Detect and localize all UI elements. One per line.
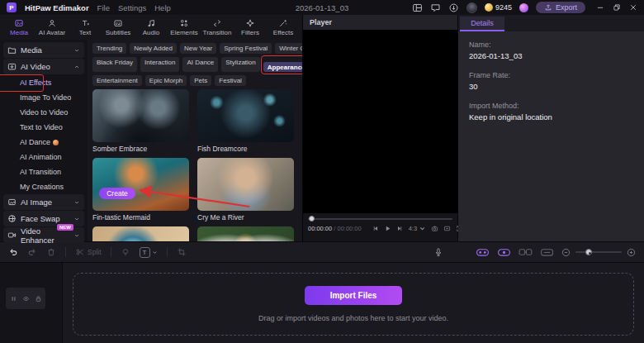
filter-chip-ai-dance[interactable]: AI Dance: [182, 57, 218, 72]
track-lock-icon[interactable]: [35, 295, 42, 303]
tab-elements[interactable]: Elements: [168, 18, 201, 36]
sidebar-item-ai-video[interactable]: AI Video: [3, 59, 84, 74]
create-button[interactable]: Create: [99, 188, 135, 199]
effect-card-cry-me-a-river[interactable]: Cry Me a River: [197, 158, 294, 222]
filter-chip-newly-added[interactable]: Newly Added: [130, 43, 177, 54]
tab-transition[interactable]: Transition: [201, 18, 234, 36]
delete-button[interactable]: [46, 247, 56, 257]
minimize-button[interactable]: [596, 3, 604, 12]
media-icon: [14, 18, 24, 28]
tab-details[interactable]: Details: [460, 17, 504, 31]
effect-thumbnail[interactable]: [197, 158, 294, 211]
export-button[interactable]: Export: [536, 2, 585, 13]
seek-bar[interactable]: [308, 216, 452, 222]
player-title: Player: [310, 18, 332, 26]
filter-chip-epic-morph[interactable]: Epic Morph: [145, 75, 187, 86]
tab-text[interactable]: Text: [69, 18, 102, 36]
timeline-zoom-slider[interactable]: [575, 251, 622, 253]
menu-help[interactable]: Help: [154, 3, 171, 12]
chevron-down-icon: [73, 232, 80, 239]
filter-chip-stylization[interactable]: Stylization: [221, 57, 259, 72]
seek-handle[interactable]: [309, 216, 315, 222]
filter-chip-festival[interactable]: Festival: [215, 75, 246, 86]
subtitles-icon: [113, 18, 123, 28]
play-button[interactable]: [384, 225, 391, 232]
render-preview-toggle[interactable]: [540, 247, 554, 257]
download-icon[interactable]: [448, 2, 459, 13]
resize-icon[interactable]: [443, 225, 451, 232]
link-clips-toggle[interactable]: [497, 247, 511, 257]
tab-effects[interactable]: Effects: [267, 18, 300, 36]
tab-filters[interactable]: Filters: [234, 18, 267, 36]
import-files-button[interactable]: Import Files: [305, 286, 402, 305]
gem-icon[interactable]: [519, 3, 528, 12]
filter-chip-interaction[interactable]: Interaction: [140, 57, 179, 72]
menu-file[interactable]: File: [97, 3, 110, 12]
redo-button[interactable]: [27, 247, 37, 257]
video-enhancer-icon: [7, 231, 17, 240]
sidebar-item-ai-effects[interactable]: AI Effects: [3, 75, 84, 90]
filter-chip-spring-festival[interactable]: Spring Festival: [220, 43, 272, 54]
filter-chip-black-friday[interactable]: Black Friday: [92, 57, 137, 72]
magnetic-snap-toggle[interactable]: [476, 247, 490, 257]
tab-ai-avatar[interactable]: AI Avatar: [36, 18, 69, 36]
import-drop-zone[interactable]: Import Files Drag or import videos and p…: [73, 273, 634, 336]
zoom-in-icon[interactable]: [627, 248, 636, 257]
sidebar-item-image-to-video[interactable]: Image To Video: [3, 90, 84, 105]
sidebar-item-my-creations[interactable]: My Creations: [3, 179, 84, 194]
zoom-slider-handle[interactable]: [585, 249, 592, 255]
filter-chip-new-year[interactable]: New Year: [180, 43, 216, 54]
filter-chip-trending[interactable]: Trending: [92, 43, 126, 54]
sidebar-item-ai-animation[interactable]: AI Animation: [3, 150, 84, 164]
restore-button[interactable]: [613, 3, 621, 12]
close-button[interactable]: [629, 3, 637, 12]
sidebar-item-ai-transition[interactable]: AI Transition: [3, 164, 84, 179]
effect-card-clipped-2[interactable]: [197, 226, 294, 241]
auto-ripple-toggle[interactable]: [519, 247, 533, 257]
main-tab-bar: Media AI Avatar Text Subtitles Audio Ele…: [0, 15, 302, 40]
sidebar-item-ai-image[interactable]: AI Image: [3, 194, 84, 210]
coin-icon: [485, 3, 493, 12]
effect-thumbnail[interactable]: [92, 89, 189, 142]
sidebar-item-media[interactable]: Media: [3, 42, 84, 58]
menu-settings[interactable]: Settings: [118, 3, 146, 12]
sidebar-item-video-to-video[interactable]: Video to Video: [3, 105, 84, 120]
effect-thumbnail[interactable]: Create: [92, 158, 189, 211]
undo-button[interactable]: [8, 247, 18, 257]
tab-subtitles[interactable]: Subtitles: [102, 18, 135, 36]
user-avatar[interactable]: [466, 2, 477, 13]
track-mute-icon[interactable]: [10, 295, 17, 303]
new-badge: NEW: [57, 224, 73, 231]
effect-card-fish-dreamcore[interactable]: Fish Dreamcore: [197, 89, 294, 153]
sidebar-item-video-enhancer[interactable]: Video EnhancerNEW: [3, 227, 84, 243]
snapshot-icon[interactable]: [431, 225, 438, 232]
filter-chip-appearance[interactable]: Appearance: [263, 62, 302, 72]
track-visibility-icon[interactable]: [22, 295, 30, 303]
zoom-out-icon[interactable]: [561, 248, 571, 257]
effect-thumbnail[interactable]: [197, 89, 294, 142]
effect-thumbnail[interactable]: [92, 226, 189, 241]
tab-audio[interactable]: Audio: [135, 18, 168, 36]
filter-chip-entertainment[interactable]: Entertainment: [92, 75, 142, 86]
effect-card-clipped-1[interactable]: [92, 226, 189, 241]
effect-thumbnail[interactable]: [197, 226, 294, 241]
effect-card-somber-embrace[interactable]: Somber Embrace: [92, 89, 189, 153]
filter-chip-winter-christmas[interactable]: Winter Christmas: [275, 43, 302, 54]
transition-icon: [212, 18, 222, 28]
crop-icon[interactable]: [177, 247, 187, 257]
filter-chip-pets[interactable]: Pets: [190, 75, 211, 86]
effect-card-fin-tastic-mermaid[interactable]: CreateFin-tastic Mermaid: [92, 158, 189, 222]
prev-frame-button[interactable]: [372, 225, 379, 232]
sidebar-item-ai-dance[interactable]: AI Dance: [3, 135, 84, 150]
split-button[interactable]: Split: [75, 247, 102, 257]
next-frame-button[interactable]: [396, 225, 404, 232]
tab-media[interactable]: Media: [2, 18, 36, 36]
keyframe-icon[interactable]: [121, 247, 130, 257]
text-tool-button[interactable]: T: [140, 247, 158, 258]
coin-balance[interactable]: 9245: [485, 3, 512, 12]
sidebar-item-text-to-video[interactable]: Text to Video: [3, 120, 84, 135]
voiceover-microphone-icon[interactable]: [433, 247, 443, 257]
feedback-icon[interactable]: [430, 2, 441, 13]
aspect-ratio-select[interactable]: 4:3: [409, 225, 426, 232]
layout-icon[interactable]: [412, 2, 423, 13]
